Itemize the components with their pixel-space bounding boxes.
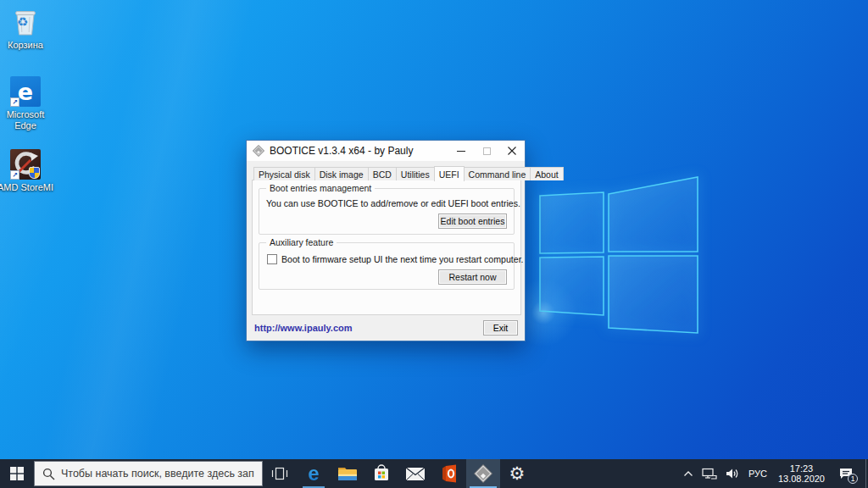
taskbar-file-explorer-button[interactable]: [331, 459, 364, 488]
group-title: Boot entries management: [266, 183, 375, 193]
uac-shield-icon: [29, 167, 40, 179]
boot-entries-management-group: Boot entries management You can use BOOT…: [259, 188, 515, 235]
close-button[interactable]: [499, 141, 525, 161]
office-icon: [441, 464, 458, 483]
edit-boot-entries-button[interactable]: Edit boot entries: [438, 214, 507, 229]
restart-now-button[interactable]: Restart now: [438, 269, 507, 285]
edge-icon: [308, 463, 319, 484]
chevron-up-icon: [683, 470, 693, 477]
tab-command-line[interactable]: Command line: [464, 167, 531, 180]
titlebar[interactable]: BOOTICE v1.3.4 x64 - by Pauly: [247, 141, 525, 161]
taskbar-edge-button[interactable]: [297, 459, 331, 488]
desktop-icon-label: Корзина: [0, 40, 58, 51]
tab-utilities[interactable]: Utilities: [396, 167, 435, 180]
start-button[interactable]: [0, 459, 34, 488]
mail-icon: [405, 467, 426, 481]
language-indicator[interactable]: РУС: [743, 459, 772, 488]
tray-volume-button[interactable]: [721, 459, 743, 488]
windows-start-icon: [10, 467, 24, 480]
checkbox-label: Boot to firmware setup UI the next time …: [281, 254, 524, 264]
tab-uefi[interactable]: UEFI: [434, 166, 465, 181]
edge-e-icon: [18, 80, 33, 103]
minimize-button[interactable]: [448, 141, 474, 161]
tray-chevron-button[interactable]: [679, 459, 698, 488]
tab-bcd[interactable]: BCD: [368, 167, 397, 180]
clock-time: 17:23: [778, 463, 825, 474]
taskbar-office-button[interactable]: [432, 459, 466, 488]
network-icon: [702, 468, 717, 480]
taskbar-settings-button[interactable]: [500, 459, 534, 488]
tray-network-button[interactable]: [698, 459, 721, 488]
taskbar-clock[interactable]: 17:23 13.08.2020: [772, 459, 831, 488]
tab-strip: Physical disk Disk image BCD Utilities U…: [253, 165, 563, 180]
bootice-app-icon: [253, 145, 264, 157]
clock-date: 13.08.2020: [778, 474, 825, 485]
bootice-window: BOOTICE v1.3.4 x64 - by Pauly Physical d…: [246, 140, 526, 341]
search-icon: [42, 468, 55, 480]
auxiliary-feature-group: Auxiliary feature Boot to firmware setup…: [259, 242, 515, 290]
taskbar-bootice-button[interactable]: [466, 459, 500, 488]
uefi-tab-panel: Boot entries management You can use BOOT…: [252, 180, 521, 315]
desktop-icon-label: Microsoft Edge: [0, 109, 52, 131]
desktop-icon-amd-storemi[interactable]: AMD StoreMI: [0, 149, 58, 193]
store-icon: [372, 464, 391, 483]
action-center-button[interactable]: 1: [831, 459, 864, 488]
tab-physical-disk[interactable]: Physical disk: [253, 167, 315, 180]
tab-disk-image[interactable]: Disk image: [314, 167, 369, 180]
system-tray: РУС 17:23 13.08.2020 1: [679, 459, 868, 488]
windows-logo: [537, 173, 698, 334]
taskbar-store-button[interactable]: [364, 459, 398, 488]
window-title: BOOTICE v1.3.4 x64 - by Pauly: [270, 145, 413, 157]
boot-to-firmware-checkbox[interactable]: [267, 254, 277, 264]
notification-badge: 1: [848, 474, 858, 484]
task-view-icon: [270, 466, 289, 481]
exit-button[interactable]: Exit: [483, 320, 518, 336]
ipauly-link[interactable]: http://www.ipauly.com: [254, 323, 353, 333]
tab-about[interactable]: About: [530, 167, 563, 180]
bootice-icon: [473, 463, 493, 484]
file-explorer-icon: [337, 465, 358, 482]
speaker-icon: [726, 468, 739, 480]
maximize-button: [474, 141, 499, 161]
gear-icon: [509, 463, 526, 484]
group-description: You can use BOOTICE to add/remove or edi…: [266, 198, 520, 208]
desktop-icon-label: AMD StoreMI: [0, 182, 58, 193]
desktop-icon-microsoft-edge[interactable]: Microsoft Edge: [0, 76, 58, 131]
group-title: Auxiliary feature: [266, 237, 337, 247]
shortcut-arrow-icon: [10, 97, 19, 107]
taskbar: РУС 17:23 13.08.2020 1: [0, 459, 868, 488]
search-input[interactable]: [61, 468, 254, 480]
shortcut-arrow-icon: [10, 170, 19, 180]
desktop: ♻ Корзина Microsoft Edge AMD StoreMI: [0, 0, 868, 488]
task-view-button[interactable]: [263, 459, 297, 488]
taskbar-search[interactable]: [34, 461, 263, 486]
taskbar-mail-button[interactable]: [398, 459, 432, 488]
desktop-icon-recycle-bin[interactable]: ♻ Корзина: [0, 7, 58, 51]
recycle-symbol-icon: ♻: [17, 14, 28, 30]
